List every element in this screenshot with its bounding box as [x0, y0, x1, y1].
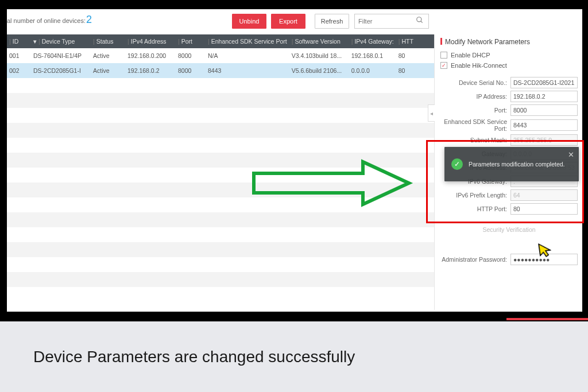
- col-device-type[interactable]: Device Type: [42, 38, 75, 45]
- http-label: HTTP Port:: [440, 205, 510, 212]
- col-http[interactable]: HTT: [401, 38, 413, 45]
- ipv6pl-input[interactable]: [510, 189, 578, 201]
- security-verification-label: Security Verification: [440, 226, 578, 233]
- table-row-selected[interactable]: 002DS-2CD2085G1-IActive192.168.0.2800084…: [7, 63, 434, 78]
- esdk-input[interactable]: [510, 119, 578, 131]
- checkbox-checked-icon[interactable]: ✓: [440, 62, 447, 69]
- col-ipv4[interactable]: IPv4 Address: [131, 38, 167, 45]
- mask-label: Subnet Mask:: [440, 137, 510, 143]
- ipv6pl-label: IPv6 Prefix Length:: [440, 192, 510, 199]
- mask-input[interactable]: [510, 134, 578, 146]
- modify-button-strip[interactable]: [506, 318, 588, 320]
- http-input[interactable]: [510, 203, 578, 215]
- ip-input[interactable]: [510, 91, 578, 102]
- pwd-label: Administrator Password:: [440, 256, 510, 263]
- online-devices-label: al number of online devices:: [7, 17, 86, 24]
- success-check-icon: ✓: [451, 158, 463, 170]
- close-icon[interactable]: ✕: [568, 150, 574, 159]
- toast-notification: ✓ Parameters modification completed. ✕: [444, 147, 579, 181]
- online-devices-count: 2: [86, 14, 92, 26]
- filter-input[interactable]: [354, 14, 429, 29]
- cursor-icon: [537, 242, 552, 261]
- port-label: Port:: [440, 107, 510, 114]
- port-input[interactable]: [510, 104, 578, 116]
- toast-message: Parameters modification completed.: [469, 161, 565, 168]
- unbind-button[interactable]: Unbind: [232, 14, 266, 29]
- col-software[interactable]: Software Version: [295, 38, 340, 45]
- esdk-label: Enhanced SDK Service Port:: [440, 118, 510, 132]
- col-esdk[interactable]: Enhanced SDK Service Port: [211, 38, 287, 45]
- ip-label: IP Address:: [440, 93, 510, 100]
- panel-collapse-handle[interactable]: ◂: [428, 104, 435, 122]
- col-status[interactable]: Status: [96, 38, 114, 45]
- device-table: |ID ▾ |Device Type |Status |IPv4 Address…: [7, 34, 434, 78]
- serial-label: Device Serial No.:: [440, 79, 510, 86]
- serial-input[interactable]: [510, 77, 578, 88]
- arrow-annotation-icon: [248, 158, 415, 208]
- sort-icon[interactable]: ▾: [33, 38, 37, 45]
- enable-hik-row[interactable]: ✓Enable Hik-Connect: [440, 62, 578, 69]
- checkbox-icon[interactable]: [440, 52, 447, 59]
- enable-dhcp-row[interactable]: Enable DHCP: [440, 52, 578, 59]
- app-frame: al number of online devices: 2 Unbind Ex…: [0, 0, 588, 321]
- toolbar: al number of online devices: 2 Unbind Ex…: [7, 9, 582, 34]
- table-row[interactable]: 001DS-7604NI-E1/4PActive192.168.0.200800…: [7, 48, 434, 63]
- col-id[interactable]: ID: [13, 38, 19, 45]
- col-port[interactable]: Port: [181, 38, 192, 45]
- svg-marker-3: [539, 243, 551, 257]
- panel-title: Modify Network Parameters: [440, 37, 578, 52]
- table-header-row: |ID ▾ |Device Type |Status |IPv4 Address…: [7, 34, 434, 48]
- refresh-button[interactable]: Refresh: [315, 14, 349, 29]
- col-gateway[interactable]: IPv4 Gateway:: [354, 38, 393, 45]
- export-button[interactable]: Export: [271, 14, 305, 29]
- svg-marker-2: [254, 162, 409, 204]
- figure-caption: Device Parameters are changed successful…: [0, 321, 588, 392]
